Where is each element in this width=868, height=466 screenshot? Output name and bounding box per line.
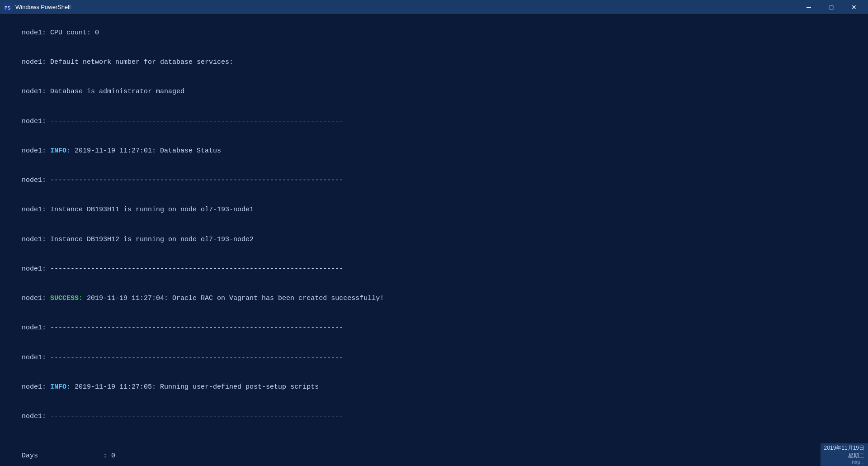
maximize-button[interactable]: □ xyxy=(821,0,842,14)
log-line-1: node1: CPU count: 0 xyxy=(5,18,863,48)
taskbar-clock: 2019年11月19日 星期二 http... xyxy=(821,443,868,466)
log-sep-3: node1: ---------------------------------… xyxy=(5,254,863,284)
log-sep-6: node1: ---------------------------------… xyxy=(5,402,863,431)
close-button[interactable]: ✕ xyxy=(844,0,864,14)
stat-days: Days : 0 xyxy=(5,442,863,466)
log-line-4: node1: Instance DB193H11 is running on n… xyxy=(5,195,863,225)
titlebar: PS Windows PowerShell ─ □ ✕ xyxy=(0,0,868,14)
blank-1 xyxy=(5,432,863,442)
titlebar-controls: ─ □ ✕ xyxy=(798,0,864,14)
taskbar-day: 星期二 xyxy=(824,452,864,460)
log-info-1: node1: INFO: 2019-11-19 11:27:01: Databa… xyxy=(5,136,863,166)
log-line-2: node1: Default network number for databa… xyxy=(5,48,863,77)
powershell-icon: PS xyxy=(4,3,12,11)
minimize-button[interactable]: ─ xyxy=(798,0,819,14)
terminal-window: node1: CPU count: 0 node1: Default netwo… xyxy=(0,14,868,466)
titlebar-title: Windows PowerShell xyxy=(15,4,71,10)
log-sep-1: node1: ---------------------------------… xyxy=(5,107,863,136)
log-sep-2: node1: ---------------------------------… xyxy=(5,166,863,195)
log-success-1: node1: SUCCESS: 2019-11-19 11:27:04: Ora… xyxy=(5,284,863,313)
titlebar-left: PS Windows PowerShell xyxy=(4,3,71,11)
taskbar-date: 2019年11月19日 xyxy=(824,444,864,452)
log-line-3: node1: Database is administrator managed xyxy=(5,77,863,107)
log-sep-5: node1: ---------------------------------… xyxy=(5,343,863,372)
log-line-5: node1: Instance DB193H12 is running on n… xyxy=(5,225,863,254)
log-info-2: node1: INFO: 2019-11-19 11:27:05: Runnin… xyxy=(5,372,863,402)
log-sep-4: node1: ---------------------------------… xyxy=(5,314,863,343)
svg-text:PS: PS xyxy=(5,5,11,11)
taskbar-link: http... xyxy=(824,460,864,465)
